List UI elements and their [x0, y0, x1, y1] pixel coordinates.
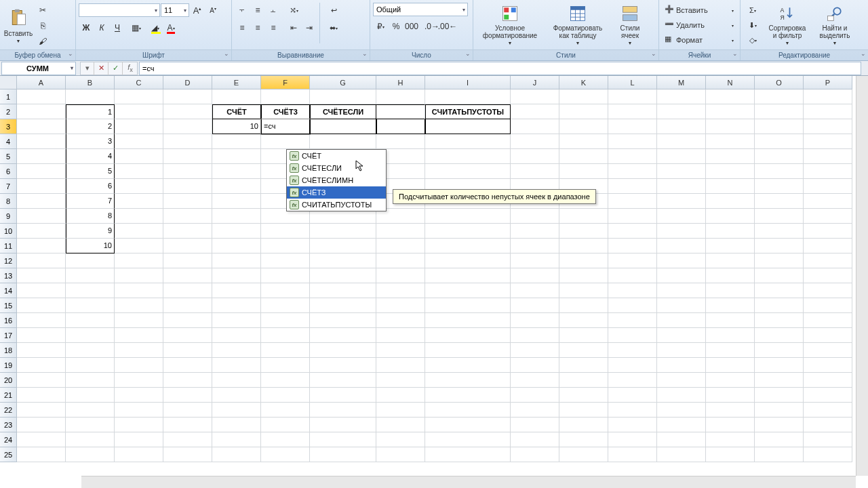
- cell-C9[interactable]: [115, 209, 163, 224]
- cell-L9[interactable]: [608, 209, 657, 224]
- cell-N23[interactable]: [706, 418, 755, 432]
- cell-I6[interactable]: [425, 164, 511, 179]
- cell-I20[interactable]: [425, 373, 511, 388]
- cell-K15[interactable]: [559, 298, 608, 313]
- cell-E10[interactable]: [212, 224, 261, 239]
- row-header-3[interactable]: 3: [0, 119, 17, 134]
- conditional-formatting-button[interactable]: Условное форматирование▼: [476, 3, 544, 47]
- cell-C1[interactable]: [115, 89, 163, 104]
- cell-D4[interactable]: [163, 134, 212, 149]
- cell-O22[interactable]: [755, 403, 804, 418]
- italic-button[interactable]: К: [94, 20, 109, 35]
- cell-C10[interactable]: [115, 224, 163, 239]
- cell-D18[interactable]: [163, 343, 212, 358]
- cell-I11[interactable]: [425, 239, 511, 253]
- cell-O23[interactable]: [755, 418, 804, 432]
- cell-H18[interactable]: [376, 343, 425, 358]
- cell-D17[interactable]: [163, 328, 212, 343]
- cell-F24[interactable]: [261, 432, 310, 447]
- cell-styles-button[interactable]: Стили ячеек▼: [612, 3, 648, 47]
- cell-C25[interactable]: [115, 447, 163, 462]
- cut-button[interactable]: ✂: [35, 3, 50, 18]
- row-header-21[interactable]: 21: [0, 388, 17, 403]
- align-top-button[interactable]: ⫟: [235, 3, 250, 18]
- cell-N24[interactable]: [706, 432, 755, 447]
- align-center-button[interactable]: ≡: [250, 20, 265, 35]
- cell-J12[interactable]: [511, 253, 559, 268]
- row-header-20[interactable]: 20: [0, 373, 17, 388]
- cell-J1[interactable]: [511, 89, 559, 104]
- cell-E13[interactable]: [212, 268, 261, 283]
- cell-O17[interactable]: [755, 328, 804, 343]
- cell-C23[interactable]: [115, 418, 163, 432]
- cell-O24[interactable]: [755, 432, 804, 447]
- cell-E17[interactable]: [212, 328, 261, 343]
- cell-G2[interactable]: СЧЁТЕСЛИ: [310, 104, 376, 119]
- cell-F12[interactable]: [261, 253, 310, 268]
- cell-K2[interactable]: [559, 104, 608, 119]
- cell-A6[interactable]: [17, 164, 66, 179]
- cell-G3[interactable]: [310, 119, 376, 134]
- cell-C11[interactable]: [115, 239, 163, 253]
- cell-A14[interactable]: [17, 283, 66, 298]
- cell-P24[interactable]: [804, 432, 852, 447]
- cell-L5[interactable]: [608, 149, 657, 164]
- cell-G14[interactable]: [310, 283, 376, 298]
- cell-J19[interactable]: [511, 358, 559, 373]
- cell-J22[interactable]: [511, 403, 559, 418]
- row-header-2[interactable]: 2: [0, 104, 17, 119]
- cell-L1[interactable]: [608, 89, 657, 104]
- cell-G24[interactable]: [310, 432, 376, 447]
- cell-K3[interactable]: [559, 119, 608, 134]
- column-header-M[interactable]: M: [657, 76, 706, 89]
- cell-J23[interactable]: [511, 418, 559, 432]
- cell-M25[interactable]: [657, 447, 706, 462]
- cell-M12[interactable]: [657, 253, 706, 268]
- font-name-combo[interactable]: [79, 3, 160, 17]
- cell-B4[interactable]: 3: [66, 134, 115, 149]
- cell-H17[interactable]: [376, 328, 425, 343]
- cell-A7[interactable]: [17, 179, 66, 194]
- row-header-18[interactable]: 18: [0, 343, 17, 358]
- cell-L10[interactable]: [608, 224, 657, 239]
- row-header-1[interactable]: 1: [0, 89, 17, 104]
- cell-L20[interactable]: [608, 373, 657, 388]
- cell-E9[interactable]: [212, 209, 261, 224]
- cell-M22[interactable]: [657, 403, 706, 418]
- cell-D7[interactable]: [163, 179, 212, 194]
- align-middle-button[interactable]: ≡: [250, 3, 265, 18]
- cell-D19[interactable]: [163, 358, 212, 373]
- cell-N14[interactable]: [706, 283, 755, 298]
- cell-A24[interactable]: [17, 432, 66, 447]
- cell-J16[interactable]: [511, 313, 559, 328]
- cell-I24[interactable]: [425, 432, 511, 447]
- cell-C6[interactable]: [115, 164, 163, 179]
- cell-H14[interactable]: [376, 283, 425, 298]
- cell-F2[interactable]: СЧЁТ3: [261, 104, 310, 119]
- cell-E14[interactable]: [212, 283, 261, 298]
- cell-L23[interactable]: [608, 418, 657, 432]
- increase-indent-button[interactable]: ⇥: [302, 20, 317, 35]
- cell-P23[interactable]: [804, 418, 852, 432]
- cell-N10[interactable]: [706, 224, 755, 239]
- cell-I16[interactable]: [425, 313, 511, 328]
- cell-G11[interactable]: [310, 239, 376, 253]
- cell-B14[interactable]: [66, 283, 115, 298]
- cell-L22[interactable]: [608, 403, 657, 418]
- column-header-H[interactable]: H: [376, 76, 425, 89]
- cell-E16[interactable]: [212, 313, 261, 328]
- cell-N11[interactable]: [706, 239, 755, 253]
- cell-B5[interactable]: 4: [66, 149, 115, 164]
- cell-D6[interactable]: [163, 164, 212, 179]
- cell-M17[interactable]: [657, 328, 706, 343]
- cell-P4[interactable]: [804, 134, 852, 149]
- cell-L15[interactable]: [608, 298, 657, 313]
- cell-K11[interactable]: [559, 239, 608, 253]
- row-header-8[interactable]: 8: [0, 194, 17, 209]
- cell-A3[interactable]: [17, 119, 66, 134]
- cell-A15[interactable]: [17, 298, 66, 313]
- cell-N7[interactable]: [706, 179, 755, 194]
- row-header-4[interactable]: 4: [0, 134, 17, 149]
- cell-P16[interactable]: [804, 313, 852, 328]
- cell-D5[interactable]: [163, 149, 212, 164]
